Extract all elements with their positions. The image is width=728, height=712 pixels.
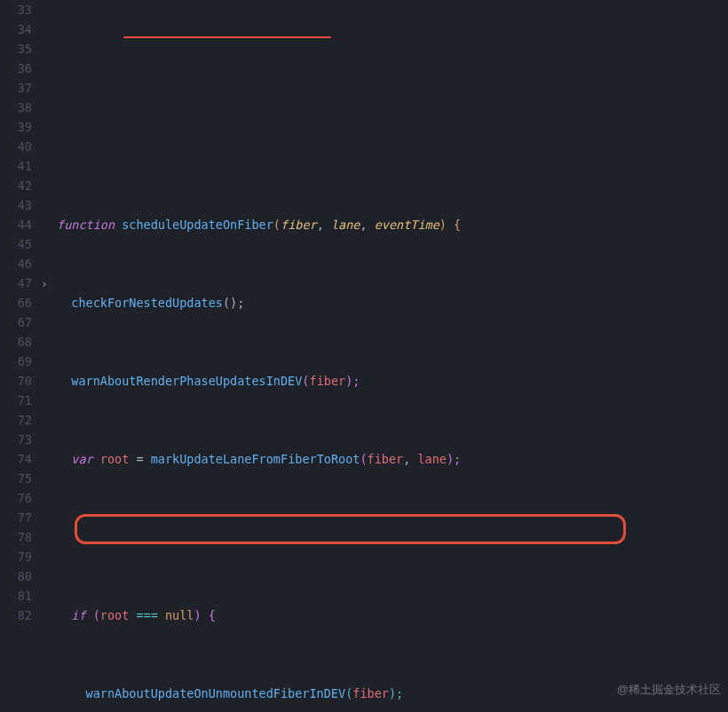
code-area[interactable]: function scheduleUpdateOnFiber(fiber, la… [57, 0, 728, 712]
code-editor[interactable]: 33 34 35 36 37 38 39 40 41 42 43 44 45 4… [0, 0, 728, 712]
line-number-gutter: 33 34 35 36 37 38 39 40 41 42 43 44 45 4… [0, 0, 41, 712]
code-line[interactable]: var root = markUpdateLaneFromFiberToRoot… [57, 449, 728, 469]
watermark-text: @稀土掘金技术社区 [617, 680, 721, 700]
fold-gutter[interactable]: › [41, 0, 57, 712]
code-line[interactable]: checkForNestedUpdates(); [57, 293, 728, 312]
code-line[interactable]: if (root === null) { [57, 605, 728, 625]
code-line[interactable] [57, 137, 728, 156]
red-underline-fn [123, 36, 331, 38]
code-line[interactable]: function scheduleUpdateOnFiber(fiber, la… [57, 215, 728, 234]
red-box-condition [75, 514, 626, 544]
code-line[interactable]: warnAboutRenderPhaseUpdatesInDEV(fiber); [57, 371, 728, 391]
fold-chevron-icon[interactable]: › [41, 274, 48, 294]
